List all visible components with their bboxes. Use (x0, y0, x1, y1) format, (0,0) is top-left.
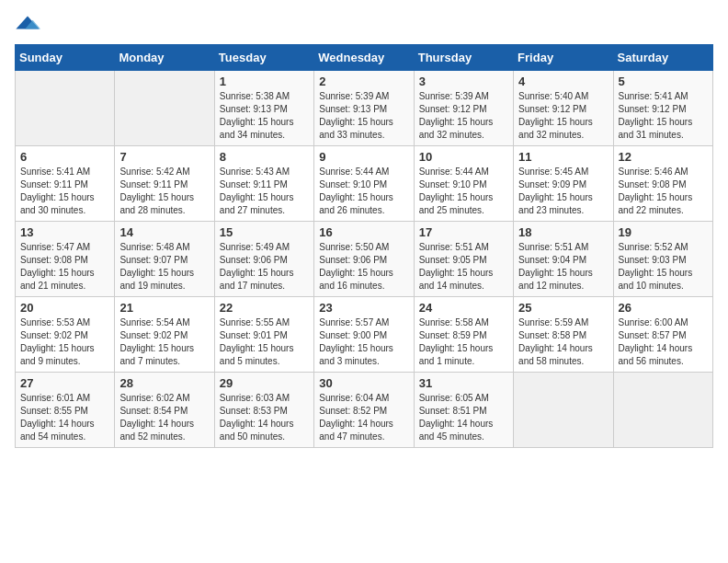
day-number: 15 (220, 225, 309, 239)
calendar-cell: 29Sunrise: 6:03 AM Sunset: 8:53 PM Dayli… (214, 373, 313, 448)
day-info: Sunrise: 5:42 AM Sunset: 9:11 PM Dayligh… (119, 166, 209, 217)
calendar-cell: 7Sunrise: 5:42 AM Sunset: 9:11 PM Daylig… (115, 146, 214, 222)
day-info: Sunrise: 6:05 AM Sunset: 8:51 PM Dayligh… (419, 392, 508, 443)
day-number: 31 (419, 376, 508, 390)
day-number: 27 (20, 376, 109, 390)
day-number: 3 (419, 75, 508, 88)
calendar-table: SundayMondayTuesdayWednesdayThursdayFrid… (15, 44, 713, 448)
day-info: Sunrise: 5:57 AM Sunset: 9:00 PM Dayligh… (319, 316, 408, 368)
day-number: 23 (319, 301, 408, 315)
calendar-cell: 28Sunrise: 6:02 AM Sunset: 8:54 PM Dayli… (115, 373, 214, 448)
day-info: Sunrise: 5:51 AM Sunset: 9:05 PM Dayligh… (419, 241, 508, 293)
day-number: 16 (319, 225, 408, 239)
calendar-cell: 9Sunrise: 5:44 AM Sunset: 9:10 PM Daylig… (314, 146, 414, 222)
day-number: 9 (319, 150, 408, 164)
day-header-friday: Friday (514, 45, 613, 71)
day-info: Sunrise: 6:00 AM Sunset: 8:57 PM Dayligh… (619, 316, 708, 368)
day-info: Sunrise: 5:54 AM Sunset: 9:02 PM Dayligh… (119, 316, 209, 368)
calendar-cell: 19Sunrise: 5:52 AM Sunset: 9:03 PM Dayli… (613, 222, 712, 297)
day-info: Sunrise: 5:40 AM Sunset: 9:12 PM Dayligh… (518, 90, 608, 142)
day-number: 7 (119, 150, 209, 164)
calendar-cell: 14Sunrise: 5:48 AM Sunset: 9:07 PM Dayli… (115, 222, 214, 297)
calendar-cell: 18Sunrise: 5:51 AM Sunset: 9:04 PM Dayli… (514, 222, 613, 297)
day-number: 26 (619, 301, 708, 315)
day-info: Sunrise: 5:39 AM Sunset: 9:13 PM Dayligh… (319, 90, 408, 142)
day-number: 13 (20, 225, 109, 239)
calendar-cell: 3Sunrise: 5:39 AM Sunset: 9:12 PM Daylig… (414, 71, 513, 146)
day-number: 22 (220, 301, 309, 315)
calendar-cell: 21Sunrise: 5:54 AM Sunset: 9:02 PM Dayli… (115, 297, 214, 373)
calendar-week-row: 6Sunrise: 5:41 AM Sunset: 9:11 PM Daylig… (16, 146, 713, 222)
day-number: 19 (619, 225, 708, 239)
page-header (15, 15, 713, 33)
calendar-cell: 15Sunrise: 5:49 AM Sunset: 9:06 PM Dayli… (214, 222, 313, 297)
day-info: Sunrise: 5:55 AM Sunset: 9:01 PM Dayligh… (220, 316, 309, 368)
day-number: 5 (619, 75, 708, 88)
calendar-cell: 23Sunrise: 5:57 AM Sunset: 9:00 PM Dayli… (314, 297, 414, 373)
day-info: Sunrise: 5:58 AM Sunset: 8:59 PM Dayligh… (419, 316, 508, 368)
logo (15, 15, 44, 33)
day-number: 12 (619, 150, 708, 164)
day-info: Sunrise: 5:43 AM Sunset: 9:11 PM Dayligh… (220, 166, 309, 217)
day-header-thursday: Thursday (414, 45, 513, 71)
day-number: 24 (419, 301, 508, 315)
calendar-cell: 2Sunrise: 5:39 AM Sunset: 9:13 PM Daylig… (314, 71, 414, 146)
calendar-cell: 4Sunrise: 5:40 AM Sunset: 9:12 PM Daylig… (514, 71, 613, 146)
day-info: Sunrise: 5:45 AM Sunset: 9:09 PM Dayligh… (518, 166, 608, 217)
calendar-cell (613, 373, 712, 448)
day-info: Sunrise: 6:04 AM Sunset: 8:52 PM Dayligh… (319, 392, 408, 443)
calendar-cell: 26Sunrise: 6:00 AM Sunset: 8:57 PM Dayli… (613, 297, 712, 373)
day-info: Sunrise: 6:03 AM Sunset: 8:53 PM Dayligh… (220, 392, 309, 443)
day-number: 30 (319, 376, 408, 390)
calendar-week-row: 1Sunrise: 5:38 AM Sunset: 9:13 PM Daylig… (16, 71, 713, 146)
day-info: Sunrise: 5:59 AM Sunset: 8:58 PM Dayligh… (518, 316, 608, 368)
day-info: Sunrise: 6:01 AM Sunset: 8:55 PM Dayligh… (20, 392, 109, 443)
calendar-cell (16, 71, 115, 146)
calendar-cell: 12Sunrise: 5:46 AM Sunset: 9:08 PM Dayli… (613, 146, 712, 222)
calendar-cell: 17Sunrise: 5:51 AM Sunset: 9:05 PM Dayli… (414, 222, 513, 297)
calendar-cell: 22Sunrise: 5:55 AM Sunset: 9:01 PM Dayli… (214, 297, 313, 373)
day-info: Sunrise: 5:51 AM Sunset: 9:04 PM Dayligh… (518, 241, 608, 293)
day-info: Sunrise: 5:50 AM Sunset: 9:06 PM Dayligh… (319, 241, 408, 293)
calendar-cell: 20Sunrise: 5:53 AM Sunset: 9:02 PM Dayli… (16, 297, 115, 373)
day-number: 6 (20, 150, 109, 164)
day-info: Sunrise: 5:49 AM Sunset: 9:06 PM Dayligh… (220, 241, 309, 293)
calendar-week-row: 27Sunrise: 6:01 AM Sunset: 8:55 PM Dayli… (16, 373, 713, 448)
day-header-tuesday: Tuesday (214, 45, 313, 71)
day-header-wednesday: Wednesday (314, 45, 414, 71)
calendar-cell: 30Sunrise: 6:04 AM Sunset: 8:52 PM Dayli… (314, 373, 414, 448)
calendar-cell: 10Sunrise: 5:44 AM Sunset: 9:10 PM Dayli… (414, 146, 513, 222)
day-info: Sunrise: 5:44 AM Sunset: 9:10 PM Dayligh… (319, 166, 408, 217)
day-number: 11 (518, 150, 608, 164)
day-number: 8 (220, 150, 309, 164)
day-number: 21 (119, 301, 209, 315)
calendar-cell: 27Sunrise: 6:01 AM Sunset: 8:55 PM Dayli… (16, 373, 115, 448)
day-info: Sunrise: 5:52 AM Sunset: 9:03 PM Dayligh… (619, 241, 708, 293)
day-number: 18 (518, 225, 608, 239)
day-number: 10 (419, 150, 508, 164)
day-info: Sunrise: 5:44 AM Sunset: 9:10 PM Dayligh… (419, 166, 508, 217)
logo-icon (15, 15, 40, 33)
day-info: Sunrise: 5:47 AM Sunset: 9:08 PM Dayligh… (20, 241, 109, 293)
calendar-cell: 24Sunrise: 5:58 AM Sunset: 8:59 PM Dayli… (414, 297, 513, 373)
calendar-cell: 13Sunrise: 5:47 AM Sunset: 9:08 PM Dayli… (16, 222, 115, 297)
day-info: Sunrise: 5:46 AM Sunset: 9:08 PM Dayligh… (619, 166, 708, 217)
day-header-sunday: Sunday (16, 45, 115, 71)
day-header-monday: Monday (115, 45, 214, 71)
day-number: 4 (518, 75, 608, 88)
day-number: 2 (319, 75, 408, 88)
day-number: 29 (220, 376, 309, 390)
day-info: Sunrise: 5:53 AM Sunset: 9:02 PM Dayligh… (20, 316, 109, 368)
day-number: 20 (20, 301, 109, 315)
calendar-cell: 31Sunrise: 6:05 AM Sunset: 8:51 PM Dayli… (414, 373, 513, 448)
day-info: Sunrise: 5:48 AM Sunset: 9:07 PM Dayligh… (119, 241, 209, 293)
day-info: Sunrise: 5:41 AM Sunset: 9:12 PM Dayligh… (619, 90, 708, 142)
calendar-week-row: 13Sunrise: 5:47 AM Sunset: 9:08 PM Dayli… (16, 222, 713, 297)
day-header-saturday: Saturday (613, 45, 712, 71)
calendar-cell: 11Sunrise: 5:45 AM Sunset: 9:09 PM Dayli… (514, 146, 613, 222)
calendar-cell: 16Sunrise: 5:50 AM Sunset: 9:06 PM Dayli… (314, 222, 414, 297)
calendar-header-row: SundayMondayTuesdayWednesdayThursdayFrid… (16, 45, 713, 71)
calendar-cell: 6Sunrise: 5:41 AM Sunset: 9:11 PM Daylig… (16, 146, 115, 222)
day-number: 1 (220, 75, 309, 88)
day-number: 17 (419, 225, 508, 239)
